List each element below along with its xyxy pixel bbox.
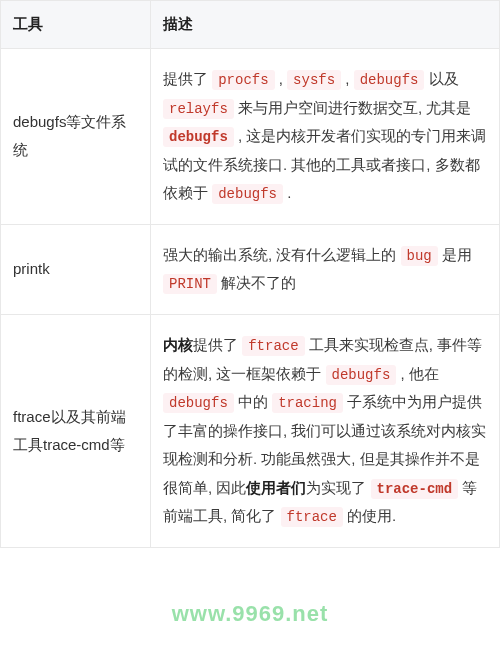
code: debugfs	[354, 70, 425, 90]
text: 是用	[438, 246, 472, 263]
table-row: ftrace以及其前端工具trace-cmd等 内核提供了 ftrace 工具来…	[1, 315, 500, 548]
text: 来与用户空间进行数据交互, 尤其是	[234, 99, 472, 116]
text: 中的	[234, 393, 272, 410]
text: 为实现了	[306, 479, 370, 496]
code: PRINT	[163, 274, 217, 294]
header-desc: 描述	[151, 1, 500, 49]
tools-table: 工具 描述 debugfs等文件系统 提供了 procfs , sysfs , …	[0, 0, 500, 548]
cell-desc: 强大的输出系统, 没有什么逻辑上的 bug 是用 PRINT 解决不了的	[151, 224, 500, 314]
code: bug	[401, 246, 438, 266]
text: 以及	[424, 70, 458, 87]
code: debugfs	[326, 365, 397, 385]
text: .	[283, 184, 291, 201]
header-tool: 工具	[1, 1, 151, 49]
text: 的使用.	[343, 507, 396, 524]
text: ,	[341, 70, 354, 87]
code: sysfs	[287, 70, 341, 90]
table-header-row: 工具 描述	[1, 1, 500, 49]
code-bold: trace-cmd	[371, 479, 459, 499]
cell-tool: debugfs等文件系统	[1, 49, 151, 225]
cell-desc: 内核提供了 ftrace 工具来实现检查点, 事件等的检测, 这一框架依赖于 d…	[151, 315, 500, 548]
cell-tool: printk	[1, 224, 151, 314]
code: ftrace	[242, 336, 304, 356]
code-bold: debugfs	[163, 127, 234, 147]
code: ftrace	[281, 507, 343, 527]
text: ,	[275, 70, 288, 87]
watermark: www.9969.net	[0, 601, 500, 627]
text: 提供了	[193, 336, 242, 353]
cell-tool: ftrace以及其前端工具trace-cmd等	[1, 315, 151, 548]
code: procfs	[212, 70, 274, 90]
cell-desc: 提供了 procfs , sysfs , debugfs 以及 relayfs …	[151, 49, 500, 225]
text: , 他在	[396, 365, 439, 382]
code: debugfs	[212, 184, 283, 204]
table-row: debugfs等文件系统 提供了 procfs , sysfs , debugf…	[1, 49, 500, 225]
text: 解决不了的	[217, 274, 296, 291]
code: relayfs	[163, 99, 234, 119]
text: 提供了	[163, 70, 212, 87]
text: 强大的输出系统, 没有什么逻辑上的	[163, 246, 401, 263]
code: debugfs	[163, 393, 234, 413]
bold: 使用者们	[246, 479, 306, 496]
code: tracing	[272, 393, 343, 413]
table-row: printk 强大的输出系统, 没有什么逻辑上的 bug 是用 PRINT 解决…	[1, 224, 500, 314]
bold: 内核	[163, 336, 193, 353]
